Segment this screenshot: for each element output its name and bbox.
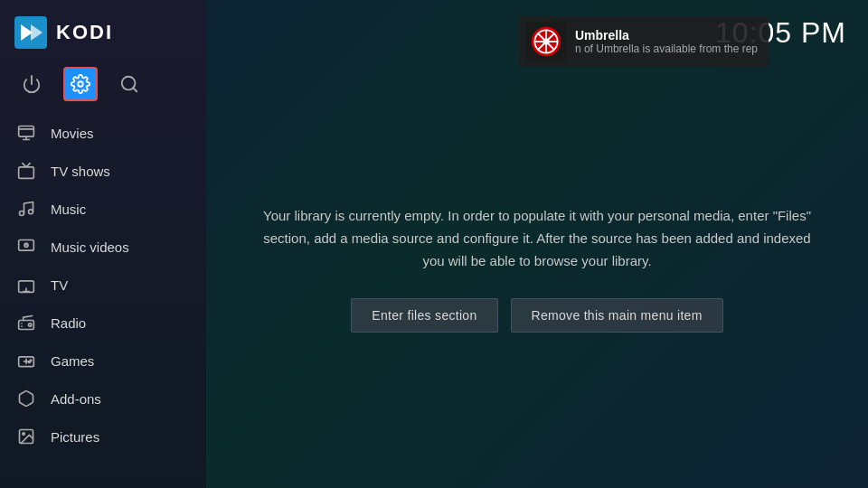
svg-point-31	[542, 38, 549, 44]
search-button[interactable]	[112, 67, 146, 101]
sidebar-item-games[interactable]: Games	[0, 342, 206, 380]
sidebar-item-music-videos[interactable]: Music videos	[0, 228, 206, 266]
svg-point-10	[29, 210, 33, 214]
sidebar-item-music[interactable]: Music	[0, 190, 206, 228]
sidebar-item-music-label: Music	[51, 202, 86, 217]
kodi-logo-icon	[14, 16, 47, 49]
main-content: 10:05 PM Umbrella n of Umbrella is avail…	[206, 0, 868, 488]
sidebar-top-icons	[0, 60, 206, 114]
tvshows-icon	[16, 161, 36, 181]
addons-icon	[16, 389, 36, 408]
sidebar-item-tv-label: TV	[51, 277, 68, 293]
sidebar-item-radio[interactable]: Radio	[0, 304, 206, 342]
svg-point-24	[23, 433, 24, 436]
remove-menu-item-button[interactable]: Remove this main menu item	[511, 298, 723, 333]
sidebar: KODI	[0, 0, 206, 488]
pictures-icon	[16, 427, 36, 446]
sidebar-item-games-label: Games	[51, 353, 94, 369]
radio-icon	[16, 313, 36, 333]
kodi-title: KODI	[56, 21, 113, 44]
svg-rect-8	[19, 167, 34, 179]
sidebar-item-movies-label: Movies	[51, 126, 94, 141]
power-button[interactable]	[14, 67, 49, 101]
svg-rect-7	[19, 127, 34, 137]
sidebar-header: KODI	[0, 0, 206, 60]
enter-files-section-button[interactable]: Enter files section	[351, 298, 497, 333]
sidebar-item-tv-shows[interactable]: TV shows	[0, 152, 206, 190]
tv-icon	[16, 275, 36, 295]
sidebar-item-addons[interactable]: Add-ons	[0, 380, 206, 418]
nav-items: Movies TV shows Music	[0, 114, 206, 488]
notification-title: Umbrella	[575, 28, 758, 42]
empty-library-message: Your library is currently empty. In orde…	[260, 205, 814, 272]
umbrella-icon	[526, 22, 566, 61]
svg-point-15	[29, 324, 32, 326]
settings-button[interactable]	[63, 67, 98, 101]
sidebar-item-musicvideos-label: Music videos	[51, 239, 129, 255]
svg-point-9	[20, 211, 24, 216]
svg-line-6	[133, 88, 137, 91]
svg-point-22	[29, 361, 31, 363]
sidebar-item-radio-label: Radio	[51, 315, 86, 331]
sidebar-item-tv[interactable]: TV	[0, 266, 206, 304]
svg-point-4	[78, 81, 83, 87]
musicvideos-icon	[16, 237, 36, 257]
notification-text: Umbrella n of Umbrella is available from…	[575, 28, 758, 55]
sidebar-item-pictures-label: Pictures	[51, 429, 99, 445]
notification-bar: Umbrella n of Umbrella is available from…	[519, 16, 769, 67]
sidebar-item-addons-label: Add-ons	[51, 391, 101, 407]
sidebar-item-pictures[interactable]: Pictures	[0, 418, 206, 455]
music-icon	[16, 199, 36, 219]
action-buttons: Enter files section Remove this main men…	[351, 298, 722, 333]
notification-body: n of Umbrella is available from the rep	[575, 42, 758, 55]
sidebar-item-movies[interactable]: Movies	[0, 114, 206, 152]
games-icon	[16, 351, 36, 371]
movies-icon	[16, 123, 36, 143]
sidebar-item-tvshows-label: TV shows	[51, 164, 110, 179]
main-body: Your library is currently empty. In orde…	[206, 50, 868, 488]
